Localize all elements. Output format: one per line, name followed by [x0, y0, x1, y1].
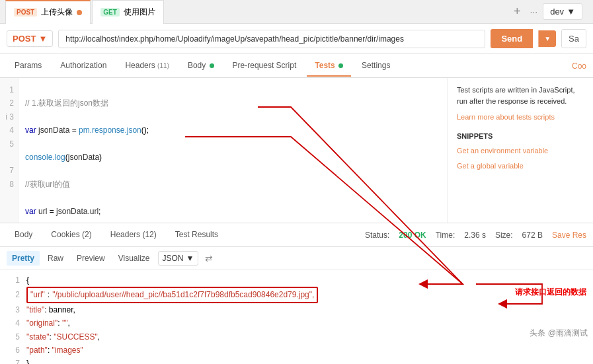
- url-input[interactable]: [58, 30, 485, 48]
- tab-post-upload[interactable]: POST 上传头像: [5, 0, 91, 24]
- env-dropdown[interactable]: dev ▼: [543, 3, 582, 20]
- json-url-row-highlight: "url" : "/public/upload/user//head_pic//…: [26, 287, 318, 303]
- watermark: 头条 @雨滴测试: [530, 328, 588, 339]
- time-label: Time:: [436, 231, 455, 240]
- tab2-label: 使用图片: [124, 7, 155, 18]
- code-line-3: console.log(jsonData): [25, 151, 440, 164]
- json-line-6: 6 "path" : "images": [7, 344, 586, 357]
- tests-dot: [338, 63, 343, 68]
- right-panel-description: Test scripts are written in JavaScript, …: [457, 85, 584, 106]
- fmt-tab-preview[interactable]: Preview: [71, 251, 110, 266]
- method-chevron-icon: ▼: [38, 34, 47, 44]
- format-bar: Pretty Raw Preview Visualize JSON ▼ ⇄: [0, 247, 593, 270]
- tab-params[interactable]: Params: [7, 55, 50, 77]
- tab1-label: 上传头像: [41, 7, 73, 18]
- tab-prerequest[interactable]: Pre-request Script: [225, 55, 305, 77]
- size-label: Size:: [495, 231, 513, 240]
- body-dot: [210, 63, 214, 68]
- more-tabs-button[interactable]: ···: [530, 7, 537, 17]
- top-tab-bar: POST 上传头像 GET 使用图片 + ··· dev ▼: [0, 0, 593, 24]
- code-line-4: //获取url的值: [25, 178, 440, 191]
- response-tabs-bar: Body Cookies (2) Headers (12) Test Resul…: [0, 223, 593, 247]
- learn-more-link[interactable]: Learn more about tests scripts: [457, 112, 584, 123]
- send-dropdown-button[interactable]: ▼: [538, 30, 556, 47]
- headers-badge: (11): [157, 62, 169, 69]
- status-label: Status:: [365, 231, 389, 240]
- fmt-tab-raw[interactable]: Raw: [42, 251, 69, 266]
- tab-settings[interactable]: Settings: [354, 55, 398, 77]
- fmt-tab-pretty[interactable]: Pretty: [7, 251, 40, 266]
- tab-headers[interactable]: Headers (11): [117, 55, 177, 77]
- json-line-1: 1 {: [7, 273, 586, 287]
- top-bar-right: + ··· dev ▼: [510, 3, 588, 20]
- tab-authorization[interactable]: Authorization: [52, 55, 114, 77]
- code-editor[interactable]: 1 2 i 3 4 5 7 8 // 1.获取返回的json数据 var jso…: [0, 78, 448, 223]
- tab-body[interactable]: Body: [180, 55, 222, 77]
- line-num-2: 2: [4, 96, 14, 110]
- method-label: POST: [13, 34, 36, 44]
- json-line-3: 3 "title" : banner,: [7, 303, 586, 316]
- main-area: 1 2 i 3 4 5 7 8 // 1.获取返回的json数据 var jso…: [0, 78, 593, 223]
- url-bar: POST ▼ Send ▼ Sa: [0, 24, 593, 54]
- size-value: 672 B: [522, 231, 543, 240]
- format-label: JSON: [163, 254, 184, 263]
- json-line-7: 7 }: [7, 357, 586, 364]
- fmt-tab-visualize[interactable]: Visualize: [113, 251, 155, 266]
- tab1-dot: [77, 10, 82, 15]
- status-info: Status: 200 OK Time: 2.36 s Size: 672 B …: [365, 231, 586, 240]
- wrap-icon[interactable]: ⇄: [205, 253, 213, 264]
- json-line-4: 4 "original" : "",: [7, 316, 586, 330]
- line-num-7: 7: [4, 164, 14, 177]
- resp-tab-headers[interactable]: Headers (12): [102, 225, 165, 246]
- snippet-global-variable[interactable]: Get a global variable: [457, 161, 584, 172]
- time-value: 2.36 s: [464, 231, 486, 240]
- resp-tab-body[interactable]: Body: [7, 225, 40, 246]
- snippets-title: SNIPPETS: [457, 131, 584, 142]
- line-num-3: i 3: [4, 110, 14, 124]
- resp-tab-cookies[interactable]: Cookies (2): [43, 225, 99, 246]
- save-button[interactable]: Sa: [561, 29, 586, 48]
- request-tabs: Params Authorization Headers (11) Body P…: [0, 54, 593, 78]
- page-wrapper: 请求接口返回的数据 头条 @雨滴测试 POST 上传头像 GET 使用图片 + …: [0, 0, 593, 364]
- response-area: Body Cookies (2) Headers (12) Test Resul…: [0, 223, 593, 364]
- right-panel: Test scripts are written in JavaScript, …: [448, 78, 593, 223]
- code-lines-container: 1 2 i 3 4 5 7 8 // 1.获取返回的json数据 var jso…: [0, 78, 447, 223]
- json-line-5: 5 "state" : "SUCCESS",: [7, 330, 586, 344]
- new-tab-button[interactable]: +: [510, 5, 525, 18]
- line-num-4: 4: [4, 124, 14, 137]
- send-button[interactable]: Send: [491, 29, 533, 48]
- code-line-1: // 1.获取返回的json数据: [25, 96, 440, 110]
- code-line-5: var url = jsonData.url;: [25, 205, 440, 218]
- snippet-env-variable[interactable]: Get an environment variable: [457, 145, 584, 157]
- tab1-method-badge: POST: [14, 8, 37, 17]
- code-line-2: var jsonData = pm.response.json();: [25, 124, 440, 137]
- line-num-8: 8: [4, 178, 14, 191]
- method-select[interactable]: POST ▼: [7, 30, 53, 47]
- env-arrow-icon: ▼: [567, 7, 575, 17]
- tab-get-image[interactable]: GET 使用图片: [92, 0, 164, 24]
- save-response-button[interactable]: Save Res: [552, 231, 586, 240]
- cookies-link[interactable]: Coo: [572, 61, 586, 71]
- status-value: 200 OK: [399, 231, 426, 240]
- json-line-2: 2 "url" : "/public/upload/user//head_pic…: [7, 287, 586, 303]
- tab-tests[interactable]: Tests: [307, 55, 351, 77]
- format-select[interactable]: JSON ▼: [158, 251, 199, 266]
- code-content: // 1.获取返回的json数据 var jsonData = pm.respo…: [19, 78, 447, 223]
- line-num-1: 1: [4, 83, 14, 96]
- env-label: dev: [550, 7, 564, 17]
- resp-tab-test-results[interactable]: Test Results: [167, 225, 226, 246]
- tab2-method-badge: GET: [100, 8, 120, 17]
- format-chevron-icon: ▼: [186, 254, 194, 263]
- line-num-5: 5: [4, 137, 14, 151]
- line-numbers: 1 2 i 3 4 5 7 8: [0, 78, 19, 223]
- line-num-6: [4, 151, 14, 164]
- json-viewer: 1 { 2 "url" : "/public/upload/user//head…: [0, 270, 593, 364]
